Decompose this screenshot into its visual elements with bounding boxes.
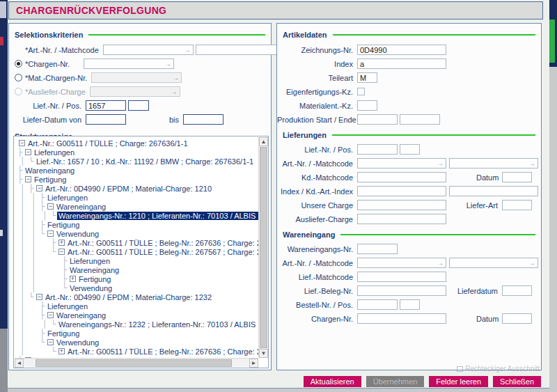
collapse-icon[interactable]: − <box>47 230 54 237</box>
lookup-arrow-icon[interactable]: → <box>437 259 446 267</box>
index-input[interactable] <box>357 186 446 196</box>
collapse-icon[interactable]: − <box>19 140 25 146</box>
scroll-down-icon[interactable]: ▼ <box>259 349 268 358</box>
tree-node[interactable]: │└−Art.-Nr.: 0D4990 / EPDM ; Material-Ch… <box>17 292 258 301</box>
tree-node-label[interactable]: Fertigung <box>46 329 81 338</box>
tree-node[interactable]: ││ ├Lieferungen <box>17 256 258 265</box>
lookup-arrow-icon[interactable]: → <box>164 60 173 68</box>
collapse-icon[interactable]: − <box>47 312 54 318</box>
tree-node-label[interactable]: Wareneingang <box>55 311 107 320</box>
scroll-right-icon[interactable]: ► <box>249 359 258 368</box>
tree-node[interactable]: ││ └Verwendung <box>17 283 258 292</box>
expand-icon[interactable]: + <box>58 348 65 354</box>
tree-node[interactable]: │││└Wareneingangs-Nr.: 1210 ; Lieferante… <box>17 211 258 220</box>
schliessen-button[interactable]: Schließen <box>493 376 541 387</box>
tree-node-label[interactable]: Wareneingang <box>68 266 120 274</box>
index-input[interactable] <box>357 58 446 69</box>
collapse-icon[interactable]: − <box>47 203 54 210</box>
ausliefer-charge-input[interactable] <box>357 214 446 224</box>
eigenfertigungs-kz-checkbox[interactable] <box>357 88 365 95</box>
lief-beleg-nr-input[interactable] <box>357 285 446 296</box>
liefer-datum-bis-input[interactable] <box>183 114 223 125</box>
vertical-scroll-thumb[interactable] <box>260 147 267 348</box>
art-nr-input[interactable] <box>358 159 437 168</box>
we-datum-input[interactable] <box>502 313 532 324</box>
tree-node-label[interactable]: Wareneingangs-Nr.: 1210 ; Lieferanten-Nr… <box>57 212 258 220</box>
materialent-kz-input[interactable] <box>357 100 377 111</box>
collapse-icon[interactable]: − <box>36 294 42 300</box>
scroll-left-icon[interactable]: ◄ <box>15 359 24 368</box>
tree-node[interactable]: ││ ├Wareneingang <box>17 265 258 274</box>
tree-node[interactable]: │ ├Fertigung <box>17 329 258 338</box>
tree-node[interactable]: ├−Lieferungen <box>17 148 258 157</box>
collapse-icon[interactable]: − <box>36 185 42 191</box>
kd-art-index-input[interactable] <box>449 186 538 196</box>
tree-node[interactable]: ││├Lieferungen <box>17 193 258 202</box>
liefer-art-input[interactable] <box>502 200 532 210</box>
matchcode-input[interactable] <box>196 45 276 54</box>
tree-node-label[interactable]: Lieferungen <box>33 148 76 157</box>
tree-node[interactable]: │ │└Wareneingangs-Nr.: 1232 ; Lieferante… <box>17 320 258 329</box>
tree-node[interactable]: │ ├−Wareneingang <box>17 311 258 320</box>
tree-node-label[interactable]: Art.-Nr.: 0D4990 / EPDM ; Material-Charg… <box>44 185 213 193</box>
tree-node[interactable]: ││ ├+Art.-Nr.: G00511 / TÜLLE ; Beleg-Nr… <box>17 238 258 247</box>
tree-node[interactable]: ││├−Wareneingang <box>17 202 258 211</box>
chargen-nr-input[interactable] <box>357 313 446 324</box>
zeichnungs-nr-input[interactable] <box>357 45 446 55</box>
tree-node[interactable]: │ ├Lieferungen <box>17 301 258 311</box>
tree-node-label[interactable]: Verwendung <box>55 230 100 238</box>
lief-nr-input[interactable] <box>86 100 126 111</box>
uebernehmen-button[interactable]: Übernehmen <box>366 376 425 387</box>
lief-pos-input[interactable] <box>400 144 420 155</box>
tree-node[interactable]: ││ └−Art.-Nr.: G00511 / TÜLLE ; Beleg-Nr… <box>17 247 258 256</box>
tree-node[interactable]: │ └−Verwendung <box>17 338 258 347</box>
tree-node-label[interactable]: Lief.-Nr.: 1657 / 10 ; Kd.-Nr.: 11192 / … <box>35 157 255 166</box>
lief-nr-input[interactable] <box>357 144 398 155</box>
tree-vertical-scrollbar[interactable]: ▲ ▼ <box>258 137 267 358</box>
lookup-arrow-icon[interactable]: → <box>437 159 446 167</box>
horizontal-scroll-thumb[interactable] <box>36 359 232 367</box>
tree-node-label[interactable]: Art.-Nr.: G00511 / TÜLLE ; Charge: 26763… <box>26 139 189 148</box>
tree-node-label[interactable]: Lieferungen <box>46 302 89 311</box>
tree-node-label[interactable]: Lieferungen <box>46 194 89 202</box>
matchcode-input[interactable] <box>450 258 528 267</box>
tree-node-label[interactable]: Fertigung <box>46 221 81 229</box>
collapse-icon[interactable]: − <box>25 149 31 155</box>
tree-node-label[interactable]: Wareneingang <box>55 203 107 211</box>
tree-node[interactable]: ├−Fertigung <box>17 175 258 184</box>
tree-node-label[interactable]: Wareneingangs-Nr.: 1232 ; Lieferanten-Nr… <box>57 320 258 329</box>
chargen-nr-input[interactable] <box>84 59 164 68</box>
collapse-icon[interactable]: − <box>25 176 31 182</box>
tree-node[interactable]: │├−Art.-Nr.: 0D4990 / EPDM ; Material-Ch… <box>17 184 258 193</box>
tree-node-label[interactable]: Verwendung <box>55 338 100 347</box>
lief-pos-input[interactable] <box>128 100 149 111</box>
chargen-nr-radio[interactable] <box>15 60 22 68</box>
teileart-input[interactable] <box>357 72 377 83</box>
tree-node[interactable]: ││ ├+Fertigung <box>17 274 258 283</box>
art-nr-input[interactable] <box>104 45 184 54</box>
matchcode-input[interactable] <box>450 159 528 168</box>
tree-node-label[interactable]: Wareneingang <box>24 166 76 175</box>
liefer-datum-von-input[interactable] <box>86 114 126 125</box>
collapse-icon[interactable]: − <box>58 249 65 255</box>
tree-node-label[interactable]: Art.-Nr.: G00511 / TÜLLE ; Beleg-Nr.: 26… <box>66 347 258 356</box>
ausliefer-charge-input[interactable] <box>91 87 171 96</box>
tree-node[interactable]: −Art.-Nr.: G00511 / TÜLLE ; Charge: 2676… <box>17 139 258 148</box>
unsere-charge-input[interactable] <box>357 200 446 210</box>
datum-input[interactable] <box>502 172 532 182</box>
collapse-icon[interactable]: − <box>47 339 54 345</box>
bestell-pos-input[interactable] <box>400 299 420 310</box>
lief-matchcode-input[interactable] <box>357 272 446 282</box>
tree-node[interactable]: ├Wareneingang <box>17 166 258 175</box>
bestell-nr-input[interactable] <box>357 299 398 310</box>
tree-node-label[interactable]: Fertigung <box>77 275 112 283</box>
tree-node-label[interactable]: Lieferungen <box>68 257 111 265</box>
tree-node[interactable]: ││└−Verwendung <box>17 229 258 238</box>
expand-icon[interactable]: + <box>58 240 65 246</box>
scroll-up-icon[interactable]: ▲ <box>259 137 268 146</box>
aktualisieren-button[interactable]: Aktualisieren <box>304 376 361 387</box>
art-nr-input[interactable] <box>358 258 437 267</box>
ausliefer-charge-radio[interactable] <box>15 88 22 95</box>
lieferdatum-input[interactable] <box>502 285 532 296</box>
tree-node-label[interactable]: Art.-Nr.: 0D4990 / EPDM ; Material-Charg… <box>44 293 213 301</box>
